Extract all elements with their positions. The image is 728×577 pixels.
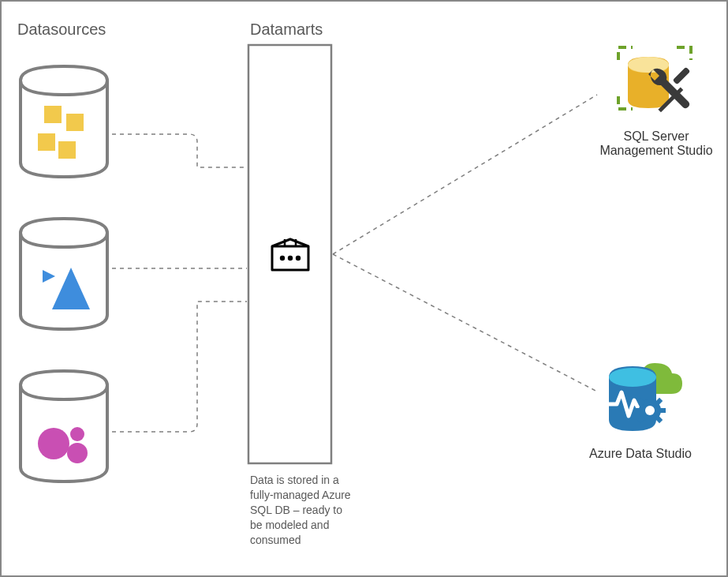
svg-marker-7 — [43, 270, 55, 283]
cylinder-icon — [21, 371, 107, 481]
gear-icon — [634, 395, 666, 426]
magenta-circles-icon — [38, 427, 88, 463]
connector-ds1 — [112, 134, 247, 167]
svg-rect-21 — [655, 398, 663, 406]
datasource-1 — [21, 66, 107, 177]
ads-label-line1: Azure Data Studio — [569, 447, 711, 461]
svg-rect-18 — [648, 420, 652, 426]
connector-ssms — [333, 95, 597, 254]
cylinder-icon — [21, 66, 107, 177]
svg-rect-23 — [637, 398, 645, 406]
datamart-caption: Data is stored in a fully-managed Azure … — [250, 473, 353, 547]
svg-marker-8 — [52, 268, 90, 309]
svg-rect-6 — [58, 141, 76, 159]
datamart-box-icon — [272, 239, 308, 270]
svg-rect-20 — [659, 408, 666, 413]
ssms-label-line2: Management Studio — [585, 144, 727, 158]
connector-ads — [333, 254, 599, 392]
svg-point-15 — [609, 368, 656, 387]
svg-point-16 — [639, 399, 661, 422]
heading-datamarts: Datamarts — [250, 21, 323, 39]
datasource-2 — [21, 219, 107, 329]
heading-datasources: Datasources — [17, 21, 106, 39]
svg-rect-22 — [637, 415, 645, 423]
svg-rect-17 — [648, 395, 652, 401]
svg-rect-5 — [38, 133, 55, 151]
svg-point-0 — [280, 256, 285, 260]
svg-point-1 — [288, 256, 293, 260]
svg-rect-24 — [655, 415, 663, 423]
blue-triangles-icon — [43, 268, 90, 309]
svg-point-10 — [70, 427, 84, 441]
diagram-canvas — [2, 2, 726, 575]
svg-rect-14 — [658, 87, 683, 112]
svg-point-2 — [296, 256, 301, 260]
svg-rect-3 — [44, 106, 62, 123]
datasource-3 — [21, 371, 107, 481]
ads-icon — [604, 363, 682, 431]
connector-ds3 — [112, 302, 247, 432]
ssms-icon — [618, 47, 691, 112]
ssms-label: SQL Server Management Studio — [585, 129, 727, 158]
svg-point-9 — [38, 428, 69, 459]
ssms-label-line1: SQL Server — [585, 129, 727, 144]
ads-label: Azure Data Studio — [569, 447, 711, 461]
cylinder-icon — [21, 219, 107, 329]
connectors — [112, 95, 599, 432]
svg-point-12 — [628, 57, 669, 73]
svg-rect-13 — [673, 67, 691, 85]
svg-rect-4 — [66, 114, 84, 131]
svg-point-25 — [645, 406, 655, 415]
datamart-container — [248, 45, 331, 463]
svg-point-11 — [67, 443, 88, 463]
svg-rect-19 — [634, 408, 640, 413]
yellow-squares-icon — [38, 106, 84, 159]
